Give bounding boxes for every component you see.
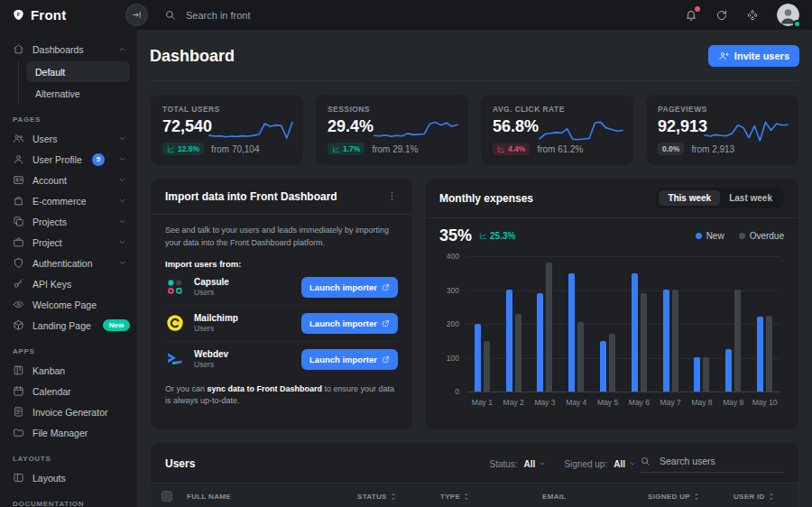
column-header-status[interactable]: STATUS bbox=[357, 493, 440, 501]
sidebar-item-label: Welcome Page bbox=[32, 300, 97, 310]
external-link-icon bbox=[382, 355, 390, 364]
sort-icon[interactable] bbox=[694, 493, 699, 501]
import-description: See and talk to your users and leads imm… bbox=[165, 225, 398, 250]
y-axis-label: 200 bbox=[439, 319, 459, 328]
filter-dropdown[interactable]: All bbox=[524, 459, 547, 469]
x-axis-label: May 8 bbox=[687, 398, 717, 407]
x-axis-label: May 3 bbox=[530, 398, 560, 407]
sidebar-item-kanban[interactable]: Kanban bbox=[0, 360, 137, 381]
users-search[interactable] bbox=[640, 455, 784, 473]
expenses-card-title: Monthly expenses bbox=[439, 192, 533, 205]
launch-importer-button[interactable]: Launch importer bbox=[301, 313, 398, 334]
y-axis-label: 400 bbox=[439, 252, 459, 261]
import-footer: Or you can sync data to Front Dashboard … bbox=[165, 383, 398, 408]
stat-card-sessions: SESSIONS29.4%1.7%from 29.1% bbox=[315, 94, 469, 166]
briefcase-icon bbox=[13, 236, 24, 248]
stack-icon bbox=[13, 216, 24, 227]
sidebar-item-project[interactable]: Project bbox=[0, 232, 137, 253]
sidebar-item-default[interactable]: Default bbox=[26, 61, 130, 82]
front-logo-icon: F bbox=[13, 9, 24, 21]
sidebar-item-calendar[interactable]: Calendar bbox=[0, 381, 137, 401]
bar-group-may-8 bbox=[687, 256, 717, 392]
sidebar-item-users[interactable]: Users bbox=[0, 128, 137, 149]
launch-importer-button[interactable]: Launch importer bbox=[301, 349, 398, 370]
sidebar-item-e-commerce[interactable]: E-commerce bbox=[0, 190, 137, 211]
bar-group-may-6 bbox=[623, 256, 654, 392]
card-menu-button[interactable] bbox=[386, 190, 398, 202]
select-all-checkbox[interactable] bbox=[161, 491, 172, 502]
sidebar: F Front DashboardsDefaultAlternativePAGE… bbox=[0, 0, 137, 507]
chart-up-icon bbox=[479, 232, 487, 240]
global-search[interactable] bbox=[164, 9, 364, 22]
filter-dropdown[interactable]: All bbox=[614, 459, 636, 469]
bar-overdue bbox=[672, 290, 678, 392]
sidebar-item-authentication[interactable]: Authentication bbox=[0, 253, 137, 273]
sort-icon[interactable] bbox=[464, 493, 469, 501]
sidebar-nav: DashboardsDefaultAlternativePAGESUsersUs… bbox=[0, 30, 137, 507]
import-subtitle: Import users from: bbox=[165, 259, 398, 269]
trend-badge: 4.4% bbox=[493, 143, 530, 155]
sidebar-item-user-profile[interactable]: User Profile5 bbox=[0, 149, 137, 170]
trend-badge: 12.5% bbox=[162, 143, 204, 155]
bar-overdue bbox=[609, 334, 615, 392]
chevron-up-icon bbox=[118, 45, 126, 53]
sparkline-chart bbox=[209, 117, 292, 150]
users-search-input[interactable] bbox=[658, 455, 766, 467]
column-header-type[interactable]: TYPE bbox=[440, 493, 542, 501]
folder-icon bbox=[13, 427, 24, 438]
users-icon bbox=[13, 133, 24, 144]
chart-down-icon bbox=[497, 145, 505, 153]
sort-icon[interactable] bbox=[391, 493, 396, 501]
avatar[interactable] bbox=[777, 4, 799, 26]
nav-section-label: LAYOUTS bbox=[13, 455, 125, 463]
column-header-signed-up[interactable]: SIGNED UP bbox=[648, 493, 734, 501]
sparkline-chart bbox=[705, 117, 788, 150]
external-link-icon bbox=[382, 319, 390, 327]
sidebar-submenu: DefaultAlternative bbox=[18, 61, 137, 104]
chevron-down-icon bbox=[629, 460, 636, 467]
sparkline-chart bbox=[540, 117, 623, 150]
toggle-last-week[interactable]: Last week bbox=[720, 190, 781, 206]
sidebar-item-invoice-generator[interactable]: Invoice Generator bbox=[0, 401, 137, 422]
toggle-this-week[interactable]: This week bbox=[659, 190, 720, 206]
topbar bbox=[137, 0, 812, 30]
bar-new bbox=[600, 341, 606, 392]
sidebar-item-landing-page[interactable]: Landing PageNew bbox=[0, 315, 137, 336]
expenses-card: Monthly expenses This weekLast week 35% … bbox=[424, 178, 799, 430]
sidebar-item-alternative[interactable]: Alternative bbox=[26, 83, 130, 104]
stat-label: AVG. CLICK RATE bbox=[493, 105, 622, 114]
brand-logo[interactable]: F Front bbox=[0, 0, 137, 30]
sidebar-item-file-manager[interactable]: File Manager bbox=[0, 422, 137, 443]
sidebar-item-dashboards[interactable]: Dashboards bbox=[0, 39, 137, 60]
calendar-icon bbox=[13, 385, 24, 397]
chart-up-icon bbox=[332, 145, 340, 153]
sidebar-item-api-keys[interactable]: API Keys bbox=[0, 273, 137, 294]
import-sources: CapsuleUsersLaunch importerMailchimpUser… bbox=[165, 270, 398, 377]
bar-group-may-2 bbox=[498, 256, 529, 392]
sync-data-link[interactable]: sync data to Front Dashboard bbox=[208, 384, 323, 393]
sidebar-item-account[interactable]: Account bbox=[0, 170, 137, 190]
sidebar-item-label: Users bbox=[32, 134, 57, 144]
activity-button[interactable] bbox=[715, 9, 728, 22]
chevron-down-icon bbox=[118, 259, 126, 267]
sidebar-collapse-button[interactable] bbox=[125, 4, 148, 26]
invite-users-button[interactable]: Invite users bbox=[708, 45, 799, 67]
sidebar-item-welcome-page[interactable]: Welcome Page bbox=[0, 294, 137, 315]
x-axis-label: May 2 bbox=[498, 398, 529, 407]
filter-label: Signed up: bbox=[564, 459, 607, 469]
notifications-button[interactable] bbox=[685, 9, 697, 22]
nav-section-label: PAGES bbox=[13, 115, 125, 124]
apps-button[interactable] bbox=[746, 9, 759, 22]
search-input[interactable] bbox=[184, 9, 364, 22]
launch-importer-button[interactable]: Launch importer bbox=[301, 277, 398, 298]
bar-new bbox=[757, 317, 763, 392]
sidebar-item-layouts[interactable]: Layouts bbox=[0, 467, 137, 488]
sidebar-item-label: E-commerce bbox=[32, 196, 87, 207]
sidebar-item-projects[interactable]: Projects bbox=[0, 211, 137, 232]
expenses-chart: 4003002001000 May 1May 2May 3May 4May 5M… bbox=[439, 256, 784, 407]
legend-item-new: New bbox=[696, 231, 724, 241]
bar-overdue bbox=[641, 293, 647, 392]
column-header-user-id[interactable]: USER ID bbox=[734, 493, 798, 501]
sort-icon[interactable] bbox=[769, 493, 774, 501]
bar-group-may-10 bbox=[750, 256, 780, 392]
